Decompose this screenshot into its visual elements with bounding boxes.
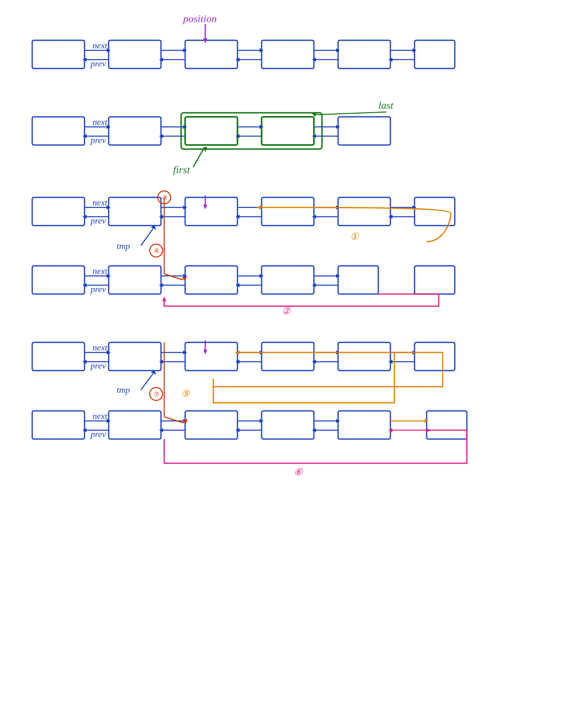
circle5-label: ⑤ [181, 388, 190, 399]
svg-rect-29 [109, 117, 161, 145]
svg-rect-124 [185, 342, 237, 371]
svg-rect-96 [262, 266, 314, 294]
svg-rect-3 [262, 40, 314, 68]
svg-marker-119 [162, 296, 166, 301]
svg-rect-159 [185, 411, 237, 439]
svg-text:⑦: ⑦ [154, 391, 159, 398]
svg-rect-5 [415, 40, 455, 68]
svg-marker-92 [257, 205, 262, 209]
svg-rect-123 [109, 342, 161, 371]
first-label: first [173, 164, 190, 176]
svg-text:next: next [93, 342, 108, 352]
svg-text:prev: prev [90, 215, 106, 226]
next-label-r1: next [93, 40, 108, 50]
svg-rect-158 [109, 411, 161, 439]
svg-rect-31 [262, 117, 314, 145]
svg-text:next: next [93, 411, 108, 421]
svg-rect-122 [32, 342, 85, 371]
svg-rect-160 [262, 411, 314, 439]
svg-text:prev: prev [90, 429, 106, 439]
svg-line-103 [164, 274, 183, 280]
svg-marker-56 [203, 205, 207, 209]
svg-rect-125 [262, 342, 314, 371]
tmp-label-r5: tmp [117, 385, 130, 395]
svg-rect-33 [338, 117, 390, 145]
svg-rect-58 [109, 197, 161, 226]
svg-rect-57 [32, 197, 85, 226]
svg-line-151 [141, 374, 153, 390]
diagram: next prev position next prev first last [0, 0, 588, 719]
svg-marker-121 [203, 350, 207, 354]
svg-rect-98 [415, 266, 455, 294]
position-label: position [182, 13, 217, 25]
svg-rect-162 [427, 411, 467, 439]
svg-text:next: next [93, 117, 108, 127]
svg-rect-157 [32, 411, 85, 439]
svg-text:next: next [93, 266, 108, 276]
svg-line-167 [164, 417, 184, 423]
circle1-label: ① [350, 231, 359, 242]
svg-line-53 [314, 112, 386, 115]
svg-rect-30 [185, 117, 237, 145]
svg-line-88 [141, 229, 153, 246]
svg-rect-2 [185, 40, 237, 68]
svg-text:next: next [93, 197, 108, 207]
svg-rect-4 [338, 40, 390, 68]
svg-rect-97 [338, 266, 378, 294]
last-label: last [378, 99, 394, 111]
svg-rect-28 [32, 117, 85, 145]
svg-text:prev: prev [90, 361, 106, 371]
svg-rect-61 [338, 197, 390, 226]
svg-rect-1 [109, 40, 161, 68]
svg-marker-187 [427, 428, 431, 432]
svg-text:prev: prev [90, 135, 106, 145]
svg-rect-0 [32, 40, 85, 68]
svg-rect-161 [338, 411, 390, 439]
svg-rect-60 [262, 197, 314, 226]
svg-text:④: ④ [154, 247, 159, 254]
circle6-label: ⑥ [294, 467, 303, 477]
svg-rect-95 [185, 266, 237, 294]
svg-rect-127 [415, 342, 455, 371]
svg-rect-32 [181, 113, 322, 149]
prev-label-r1: prev [90, 58, 106, 68]
tmp-label-r3: tmp [117, 241, 130, 251]
svg-text:prev: prev [90, 284, 106, 294]
svg-rect-94 [109, 266, 161, 294]
svg-rect-126 [338, 342, 390, 371]
circle2-label: ② [282, 306, 291, 316]
svg-rect-59 [185, 197, 237, 226]
svg-rect-93 [32, 266, 85, 294]
svg-rect-62 [415, 197, 455, 226]
